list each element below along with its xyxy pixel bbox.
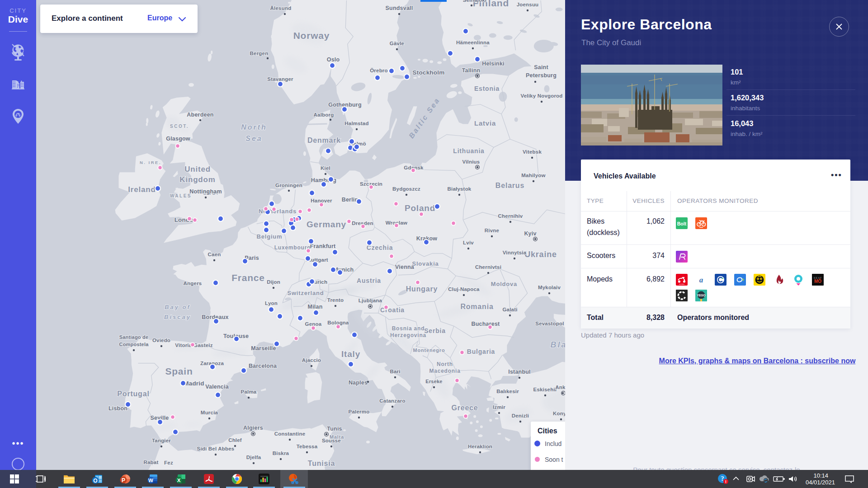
svg-text:Aberdeen: Aberdeen	[187, 112, 213, 118]
svg-text:Tunis: Tunis	[327, 426, 342, 432]
svg-text:Tallinn: Tallinn	[462, 67, 481, 74]
svg-text:Izmir: Izmir	[493, 404, 505, 410]
svg-text:Vilnius: Vilnius	[462, 159, 480, 164]
svg-text:a: a	[699, 276, 703, 284]
svg-text:Ålesund: Ålesund	[270, 5, 292, 11]
svg-text:Halmstad: Halmstad	[344, 121, 368, 126]
svg-text:Estonia: Estonia	[474, 85, 500, 92]
svg-text:Denmark: Denmark	[307, 136, 341, 144]
svg-text:Moldova: Moldova	[491, 281, 517, 287]
svg-text:Poland: Poland	[405, 203, 435, 213]
svg-text:Bosnia and: Bosnia and	[392, 325, 425, 332]
svg-text:Sundsvall: Sundsvall	[386, 5, 413, 11]
svg-text:Greece: Greece	[451, 404, 478, 412]
svg-text:X: X	[177, 478, 181, 483]
svg-text:P: P	[122, 477, 125, 483]
svg-text:Frankfurt: Frankfurt	[310, 243, 336, 249]
svg-text:Hämeenlinna: Hämeenlinna	[456, 40, 490, 45]
svg-text:Istanbul: Istanbul	[508, 369, 531, 375]
svg-text:Romania: Romania	[460, 303, 493, 310]
svg-text:Saint: Saint	[534, 64, 548, 70]
svg-text:SCOT.: SCOT.	[170, 124, 189, 129]
svg-text:Compostela: Compostela	[119, 342, 149, 347]
svg-text:Italy: Italy	[341, 349, 360, 359]
svg-text:Milan: Milan	[308, 304, 323, 310]
svg-text:Bydgoszcz: Bydgoszcz	[392, 186, 420, 192]
svg-text:Tebessa: Tebessa	[297, 444, 318, 449]
svg-text:Biskra: Biskra	[273, 450, 289, 456]
svg-text:MÓ: MÓ	[814, 278, 821, 284]
svg-text:Sevastopol: Sevastopol	[535, 321, 564, 326]
svg-text:O: O	[93, 478, 97, 484]
svg-text:Ireland: Ireland	[128, 185, 156, 194]
svg-text:Belarus: Belarus	[495, 182, 524, 189]
svg-text:Oviedo: Oviedo	[152, 338, 170, 343]
svg-text:Luxembourg: Luxembourg	[274, 244, 311, 251]
svg-text:Helsinki: Helsinki	[482, 61, 505, 67]
svg-text:Groningen: Groningen	[275, 183, 302, 188]
svg-text:Ljubljana: Ljubljana	[359, 298, 382, 303]
svg-text:N. IRE.: N. IRE.	[140, 160, 161, 165]
svg-text:Bay of: Bay of	[165, 304, 191, 310]
svg-text:!: !	[725, 479, 726, 484]
svg-text:Lisbon: Lisbon	[108, 405, 127, 412]
svg-text:Bucharest: Bucharest	[472, 321, 500, 327]
svg-text:WALES: WALES	[170, 193, 192, 198]
svg-text:YEGO: YEGO	[697, 294, 706, 297]
svg-text:Kiel: Kiel	[321, 165, 330, 171]
svg-text:Belgium: Belgium	[257, 233, 283, 240]
svg-text:Fez: Fez	[164, 460, 173, 465]
svg-text:Macedonia: Macedonia	[429, 368, 460, 374]
svg-text:Mahilyow: Mahilyow	[521, 173, 545, 178]
svg-text:Nottingham: Nottingham	[189, 188, 222, 195]
svg-text:Bulgaria: Bulgaria	[467, 348, 495, 355]
svg-text:Veliky Novgorod: Veliky Novgorod	[520, 93, 562, 99]
svg-text:Palma: Palma	[241, 389, 257, 394]
svg-text:Slovakia: Slovakia	[412, 260, 439, 267]
svg-text:Chernivtsi: Chernivtsi	[475, 264, 501, 270]
svg-text:Mykolaiv: Mykolaiv	[538, 285, 561, 290]
svg-text:Hungary: Hungary	[406, 285, 438, 293]
svg-text:Germany: Germany	[307, 220, 346, 229]
svg-text:Tunisia: Tunisia	[308, 460, 335, 467]
svg-text:acciona: acciona	[679, 283, 684, 285]
svg-text:Chlef: Chlef	[228, 437, 242, 443]
svg-text:Barcelona: Barcelona	[249, 363, 277, 369]
svg-text:France: France	[231, 272, 265, 283]
svg-text:Bla: Bla	[550, 340, 565, 349]
svg-text:Aalborg: Aalborg	[314, 112, 334, 117]
svg-text:Denizli: Denizli	[512, 413, 529, 418]
svg-text:Algiers: Algiers	[243, 425, 263, 431]
svg-text:Örebro: Örebro	[370, 68, 388, 73]
svg-text:Bergen: Bergen	[250, 51, 269, 56]
svg-text:Biscay: Biscay	[164, 314, 191, 320]
svg-text:Trento: Trento	[327, 297, 344, 303]
svg-text:North: North	[241, 123, 267, 131]
svg-text:Oslo: Oslo	[327, 56, 340, 63]
svg-text:Latvia: Latvia	[474, 119, 496, 127]
svg-text:Balıkesir: Balıkesir	[496, 389, 519, 394]
svg-text:Dijon: Dijon	[267, 279, 280, 285]
svg-text:Ajaccio: Ajaccio	[302, 357, 321, 363]
svg-text:Vitebsk: Vitebsk	[523, 149, 542, 155]
svg-text:Berlin: Berlin	[342, 197, 359, 203]
svg-text:Valencia: Valencia	[205, 384, 229, 390]
svg-text:Vienna: Vienna	[395, 264, 415, 270]
svg-text:Montenegro: Montenegro	[413, 347, 445, 353]
svg-text:Kingdom: Kingdom	[179, 175, 215, 184]
svg-text:Glasgow: Glasgow	[166, 136, 190, 142]
svg-text:Heraklion: Heraklion	[468, 444, 492, 449]
svg-text:Joensuu: Joensuu	[517, 2, 539, 7]
svg-text:Switzerland: Switzerland	[287, 290, 324, 296]
svg-text:Naples: Naples	[349, 380, 368, 386]
svg-text:Sousse: Sousse	[322, 438, 341, 443]
svg-text:Bolt: Bolt	[677, 221, 687, 226]
svg-text:Ankar: Ankar	[555, 385, 565, 390]
svg-text:Murcia: Murcia	[201, 410, 218, 415]
svg-text:Konya: Konya	[553, 411, 565, 416]
svg-text:Lyon: Lyon	[265, 300, 278, 306]
svg-text:Constantine: Constantine	[274, 431, 306, 436]
svg-text:Sidi Bel Abbes: Sidi Bel Abbes	[197, 446, 235, 451]
svg-text:Erseke: Erseke	[425, 379, 442, 384]
svg-text:Bari: Bari	[390, 369, 400, 374]
